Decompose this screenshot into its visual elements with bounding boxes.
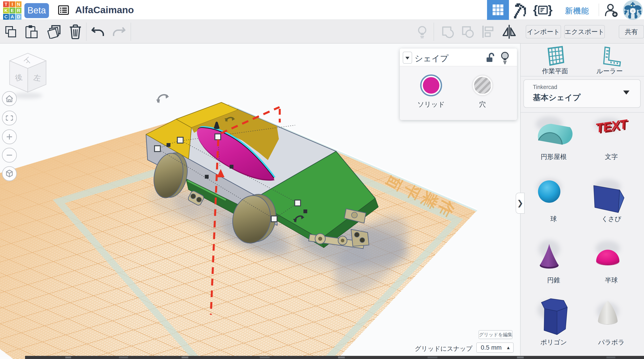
svg-text:ソリッド: ソリッド: [418, 100, 445, 108]
svg-text:穴: 穴: [479, 100, 486, 108]
svg-text:左: 左: [33, 73, 41, 82]
svg-text:円錐: 円錐: [547, 276, 560, 284]
svg-text:ルーラー: ルーラー: [596, 68, 622, 75]
svg-text:パラボラ: パラボラ: [598, 339, 625, 346]
svg-text:半球: 半球: [605, 276, 618, 284]
svg-text:ポリゴン: ポリゴン: [540, 339, 567, 346]
svg-text:}: }: [548, 4, 552, 16]
svg-text:くさび: くさび: [601, 215, 621, 222]
svg-text:{: {: [533, 4, 538, 16]
svg-text:後: 後: [14, 73, 23, 82]
svg-text:文字: 文字: [605, 153, 618, 160]
svg-text:作業平面: 作業平面: [542, 68, 568, 75]
svg-text:球: 球: [550, 215, 557, 222]
svg-text:円形屋根: 円形屋根: [541, 153, 567, 160]
